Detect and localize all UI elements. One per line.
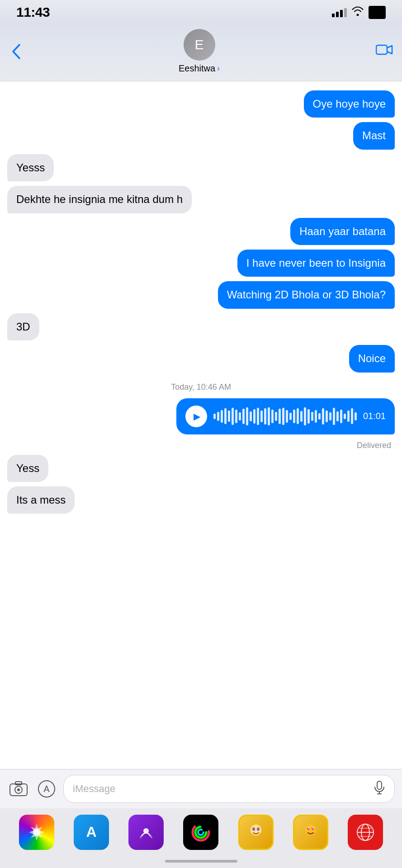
message-row: Yesss	[7, 154, 395, 181]
play-icon: ▶	[194, 411, 200, 422]
memoji-app-icon[interactable]	[238, 815, 274, 850]
svg-point-15	[195, 827, 206, 838]
avatar[interactable]: E	[184, 29, 215, 61]
svg-point-18	[252, 827, 255, 831]
sent-bubble: Noice	[349, 345, 395, 372]
received-bubble: Its a mess	[7, 486, 75, 514]
video-call-button[interactable]	[376, 43, 393, 59]
home-bar	[165, 860, 237, 863]
microphone-icon[interactable]	[374, 781, 385, 797]
message-row: 3D	[7, 313, 395, 340]
received-bubble: 3D	[7, 313, 39, 340]
waveform	[213, 407, 357, 425]
chevron-right-icon: ›	[217, 64, 220, 73]
face-app-icon[interactable]	[293, 815, 328, 850]
svg-rect-0	[376, 45, 387, 54]
messages-area: Oye hoye hoye Mast Yesss Dekhte he insig…	[0, 81, 402, 769]
play-button[interactable]: ▶	[185, 406, 207, 427]
received-bubble: Yess	[7, 455, 48, 482]
podcast-app-icon[interactable]	[128, 815, 164, 850]
camera-button[interactable]	[7, 778, 30, 800]
svg-point-24	[313, 827, 314, 829]
home-indicator	[0, 854, 402, 868]
photos-app-icon[interactable]	[19, 815, 54, 850]
svg-point-19	[257, 827, 260, 831]
timestamp: Today, 10:46 AM	[171, 382, 231, 392]
globe-app-icon[interactable]	[348, 815, 383, 850]
message-row: Mast	[7, 122, 395, 149]
activity-app-icon[interactable]	[183, 815, 218, 850]
sent-bubble: Mast	[353, 122, 395, 149]
timestamp-row: Today, 10:46 AM	[7, 377, 395, 394]
appstore-app-icon[interactable]: A	[74, 815, 109, 850]
audio-duration: 01:01	[363, 411, 386, 421]
audio-bubble[interactable]: ▶	[176, 398, 395, 434]
svg-point-16	[198, 830, 203, 835]
audio-message-row: ▶	[7, 398, 395, 434]
message-row: Dekhte he insignia me kitna dum h	[7, 186, 395, 213]
message-list: Oye hoye hoye Mast Yesss Dekhte he insig…	[0, 81, 402, 769]
wifi-icon	[351, 6, 364, 19]
message-row: Watching 2D Bhola or 3D Bhola?	[7, 281, 395, 308]
status-time: 11:43	[16, 5, 50, 20]
sent-bubble: Watching 2D Bhola or 3D Bhola?	[218, 281, 395, 308]
sent-bubble: I have never been to Insignia	[237, 250, 395, 277]
received-bubble: Dekhte he insignia me kitna dum h	[7, 186, 192, 213]
svg-rect-8	[377, 781, 382, 789]
message-row: Its a mess	[7, 486, 395, 514]
sent-bubble: Oye hoye hoye	[304, 90, 395, 118]
message-row: Noice	[7, 345, 395, 372]
received-bubble: Yesss	[7, 154, 54, 181]
message-placeholder: iMessage	[73, 783, 115, 795]
app-dock: A	[0, 808, 402, 854]
svg-point-23	[308, 827, 310, 829]
battery-icon: 85	[369, 6, 386, 19]
sent-bubble: Haan yaar batana	[290, 218, 395, 245]
message-row: I have never been to Insignia	[7, 250, 395, 277]
contact-info: E Eeshitwa ›	[179, 29, 220, 74]
status-bar: 11:43 85	[0, 0, 402, 24]
svg-text:A: A	[43, 784, 50, 794]
delivered-status: Delivered	[357, 441, 395, 450]
svg-point-4	[17, 788, 20, 791]
apps-button[interactable]: A	[35, 778, 58, 800]
message-row: Yess	[7, 455, 395, 482]
svg-text:A: A	[86, 824, 96, 840]
input-toolbar: A iMessage	[0, 769, 402, 808]
nav-header: E Eeshitwa ›	[0, 24, 402, 81]
message-row: Haan yaar batana	[7, 218, 395, 245]
delivered-row: Delivered	[7, 439, 395, 450]
signal-icon	[332, 7, 347, 17]
back-button[interactable]	[9, 41, 23, 62]
status-icons: 85	[332, 6, 386, 19]
header: E Eeshitwa ›	[0, 24, 402, 81]
message-input[interactable]: iMessage	[63, 775, 395, 803]
message-row: Oye hoye hoye	[7, 90, 395, 118]
contact-name[interactable]: Eeshitwa ›	[179, 63, 220, 74]
